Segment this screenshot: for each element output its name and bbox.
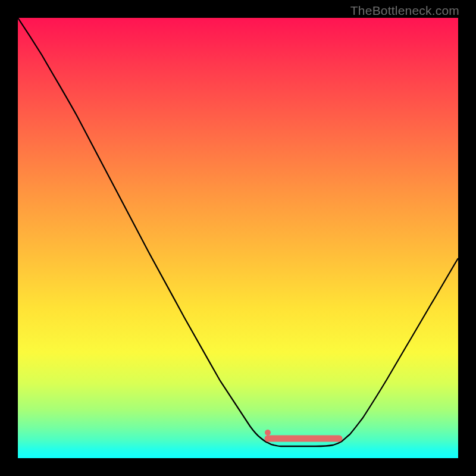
- watermark-text: TheBottleneck.com: [350, 4, 459, 18]
- chart-overlay: [18, 18, 458, 458]
- gradient-plot-area: [18, 18, 458, 458]
- bottleneck-curve: [18, 18, 458, 446]
- segment-dot: [265, 430, 271, 436]
- chart-frame: TheBottleneck.com: [0, 0, 476, 476]
